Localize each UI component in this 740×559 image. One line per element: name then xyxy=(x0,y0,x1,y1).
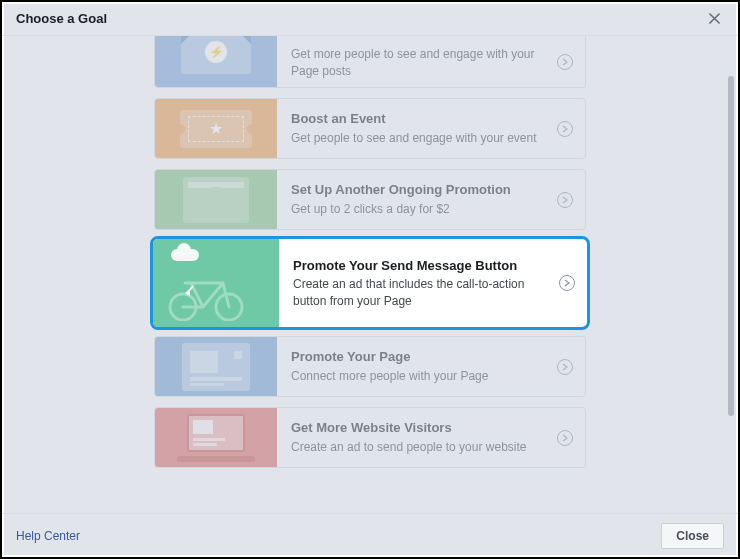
modal-header: Choose a Goal xyxy=(2,2,738,36)
close-button[interactable]: Close xyxy=(661,523,724,549)
goal-text: Set Up Another Ongoing Promotion Get up … xyxy=(277,170,585,229)
modal-footer: Help Center Close xyxy=(2,513,738,557)
goal-card-boost-event[interactable]: ★ Boost an Event Get people to see and e… xyxy=(154,98,586,159)
goal-thumb-page xyxy=(155,337,277,396)
goal-title: Boost an Event xyxy=(291,111,549,128)
chevron-right-icon xyxy=(557,192,573,208)
goal-desc: Get people to see and engage with your e… xyxy=(291,130,549,146)
goal-thumb-website xyxy=(155,408,277,467)
goal-card-send-message[interactable]: Promote Your Send Message Button Create … xyxy=(154,240,586,326)
modal-title: Choose a Goal xyxy=(16,11,107,26)
help-center-link[interactable]: Help Center xyxy=(16,529,80,543)
goal-title: Promote Your Page xyxy=(291,349,549,366)
goal-card-promote-page[interactable]: Promote Your Page Connect more people wi… xyxy=(154,336,586,397)
goal-card-ongoing-promotion[interactable]: Set Up Another Ongoing Promotion Get up … xyxy=(154,169,586,230)
goal-card-boost-post[interactable]: ⚡ Get more people to see and engage with… xyxy=(154,36,586,88)
goal-list: ⚡ Get more people to see and engage with… xyxy=(154,36,586,513)
goal-title: Promote Your Send Message Button xyxy=(293,258,547,275)
goal-card-selected: Promote Your Send Message Button Create … xyxy=(150,236,590,330)
chevron-right-icon xyxy=(557,359,573,375)
goal-text: Promote Your Send Message Button Create … xyxy=(279,239,587,327)
goal-title: Set Up Another Ongoing Promotion xyxy=(291,182,549,199)
chevron-right-icon xyxy=(559,275,575,291)
close-icon[interactable] xyxy=(704,9,724,29)
modal-frame: Choose a Goal ⚡ Get more people to see a… xyxy=(0,0,740,559)
goal-desc: Create an ad to send people to your webs… xyxy=(291,439,549,455)
cloud-icon xyxy=(171,249,199,261)
goal-thumb-promotion xyxy=(155,170,277,229)
goal-desc: Create an ad that includes the call-to-a… xyxy=(293,276,547,308)
goal-text: Boost an Event Get people to see and eng… xyxy=(277,99,585,158)
goal-text: Get More Website Visitors Create an ad t… xyxy=(277,408,585,467)
chevron-right-icon xyxy=(557,430,573,446)
chevron-right-icon xyxy=(557,121,573,137)
goal-title: Get More Website Visitors xyxy=(291,420,549,437)
goal-desc: Get more people to see and engage with y… xyxy=(291,46,549,78)
goal-thumb-boost-post: ⚡ xyxy=(155,36,277,87)
scrollbar[interactable] xyxy=(728,76,734,416)
goal-desc: Get up to 2 clicks a day for $2 xyxy=(291,201,549,217)
choose-goal-modal: Choose a Goal ⚡ Get more people to see a… xyxy=(2,2,738,557)
goal-thumb-send-message xyxy=(153,239,279,327)
bicycle-icon xyxy=(163,269,253,321)
goal-card-website-visitors[interactable]: Get More Website Visitors Create an ad t… xyxy=(154,407,586,468)
goal-desc: Connect more people with your Page xyxy=(291,368,549,384)
goal-thumb-event: ★ xyxy=(155,99,277,158)
goal-text: Promote Your Page Connect more people wi… xyxy=(277,337,585,396)
modal-body: ⚡ Get more people to see and engage with… xyxy=(2,36,738,513)
chevron-right-icon xyxy=(557,54,573,70)
goal-text: Get more people to see and engage with y… xyxy=(277,36,585,87)
